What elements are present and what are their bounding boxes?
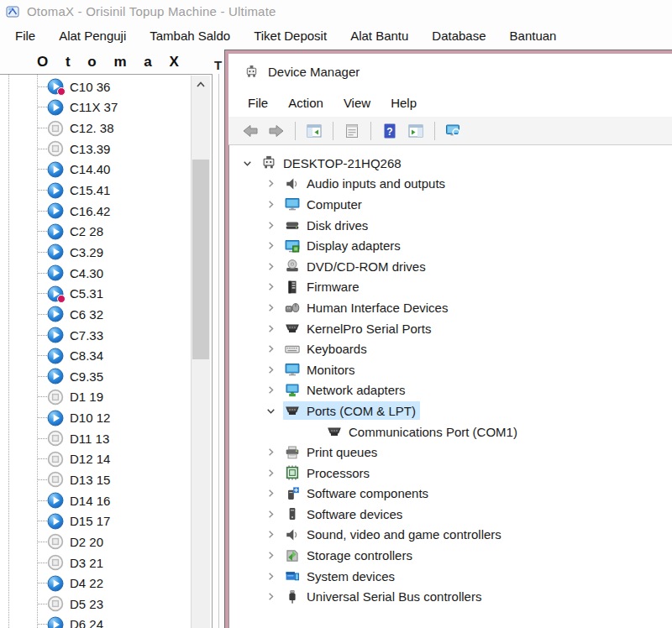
- device-node-communications-port-com1[interactable]: Communications Port (COM1): [229, 421, 672, 442]
- scrollbar-thumb[interactable]: [192, 160, 209, 359]
- device-node-ports-com-lpt[interactable]: Ports (COM & LPT): [229, 400, 672, 421]
- chevron-right-icon[interactable]: [265, 177, 283, 191]
- tree-item-c8-34[interactable]: C8.34: [0, 345, 190, 366]
- tree-item-d6-24[interactable]: D6 24: [0, 615, 190, 628]
- device-node-monitors[interactable]: Monitors: [229, 359, 672, 380]
- tree-item-d1-19[interactable]: D1 19: [0, 387, 190, 408]
- tree-item-c3-29[interactable]: C3.29: [0, 242, 190, 263]
- device-node-body: Storage controllers: [283, 547, 417, 565]
- menu-item-tiket-deposit[interactable]: Tiket Deposit: [242, 29, 339, 43]
- chevron-right-icon[interactable]: [265, 569, 283, 583]
- back-icon[interactable]: [239, 121, 261, 141]
- device-node-system-devices[interactable]: System devices: [229, 566, 672, 587]
- tree-connector-line: [38, 169, 47, 170]
- tree-item-d11-13[interactable]: D11 13: [0, 428, 190, 449]
- menu-item-alat-bantu[interactable]: Alat Bantu: [339, 29, 420, 43]
- chevron-right-icon[interactable]: [265, 197, 283, 211]
- chevron-right-icon[interactable]: [265, 384, 283, 397]
- chevron-right-icon[interactable]: [265, 528, 283, 542]
- device-node-processors[interactable]: Processors: [229, 463, 672, 484]
- chevron-down-icon[interactable]: [265, 404, 283, 417]
- tree-item-c11x-37[interactable]: C11X 37: [0, 97, 190, 118]
- tree-item-c6-32[interactable]: C6 32: [0, 304, 190, 325]
- chevron-right-icon[interactable]: [265, 590, 283, 604]
- menu-item-file[interactable]: File: [3, 29, 47, 43]
- device-node-storage-controllers[interactable]: Storage controllers: [229, 545, 672, 566]
- menu-item-bantuan[interactable]: Bantuan: [498, 29, 569, 43]
- chevron-right-icon[interactable]: [265, 280, 283, 294]
- forward-icon[interactable]: [265, 121, 287, 141]
- menu-item-database[interactable]: Database: [420, 29, 497, 43]
- device-node-sound-video-and-game-controllers[interactable]: Sound, video and game controllers: [229, 525, 672, 546]
- chevron-right-icon[interactable]: [265, 343, 283, 356]
- tree-item-d14-16[interactable]: D14 16: [0, 490, 190, 511]
- tree-item-c5-31[interactable]: C5.31: [0, 283, 190, 304]
- tree-item-d5-23[interactable]: D5 23: [0, 594, 190, 615]
- console-tree-icon[interactable]: [303, 121, 325, 141]
- tree-item-c16-42[interactable]: C16.42: [0, 201, 190, 222]
- tree-item-d13-15[interactable]: D13 15: [0, 469, 190, 490]
- menu-item-tambah-saldo[interactable]: Tambah Saldo: [138, 29, 242, 43]
- tree-item-c2-28[interactable]: C2 28: [0, 221, 190, 242]
- chevron-down-icon[interactable]: [241, 156, 260, 170]
- chevron-right-icon[interactable]: [265, 466, 283, 479]
- scroll-up-button[interactable]: [192, 76, 210, 94]
- chevron-right-icon[interactable]: [265, 507, 283, 521]
- tree-item-d2-20[interactable]: D2 20: [0, 531, 190, 552]
- dm-menu-item-help[interactable]: Help: [381, 96, 427, 110]
- tree-item-c13-39[interactable]: C13.39: [0, 139, 190, 160]
- device-node-audio-inputs-and-outputs[interactable]: Audio inputs and outputs: [229, 174, 672, 195]
- device-node-print-queues[interactable]: Print queues: [229, 442, 672, 463]
- device-node-human-interface-devices[interactable]: Human Interface Devices: [229, 297, 672, 318]
- tree-item-d3-21[interactable]: D3 21: [0, 552, 190, 573]
- help-icon[interactable]: ?: [379, 121, 401, 141]
- dm-menu-item-view[interactable]: View: [333, 96, 381, 110]
- tree-item-d15-17[interactable]: D15 17: [0, 510, 190, 531]
- device-node-display-adapters[interactable]: Display adapters: [229, 235, 672, 256]
- chevron-right-icon[interactable]: [265, 446, 283, 459]
- device-node-desktop-21hq268[interactable]: DESKTOP-21HQ268: [229, 153, 672, 174]
- tree-item-c10-36[interactable]: C10 36: [0, 76, 190, 97]
- properties-icon[interactable]: [341, 121, 363, 141]
- serial-port-icon: [285, 321, 300, 336]
- tree-item-d4-22[interactable]: D4 22: [0, 573, 190, 594]
- tree-item-d12-14[interactable]: D12 14: [0, 449, 190, 470]
- device-manager-icon: [244, 65, 259, 79]
- device-node-software-components[interactable]: Software components: [229, 484, 672, 505]
- device-node-software-devices[interactable]: Software devices: [229, 504, 672, 525]
- tree-item-d10-12[interactable]: D10 12: [0, 407, 190, 428]
- chevron-right-icon[interactable]: [265, 549, 283, 563]
- tree-item-c4-30[interactable]: C4.30: [0, 263, 190, 284]
- tree-item-c12-38[interactable]: C12. 38: [0, 118, 190, 139]
- dm-menu-item-file[interactable]: File: [238, 96, 278, 110]
- tree-item-c15-41[interactable]: C15.41: [0, 180, 190, 201]
- device-node-body: Network adapters: [283, 381, 410, 400]
- device-node-keyboards[interactable]: Keyboards: [229, 338, 672, 359]
- chevron-right-icon[interactable]: [265, 218, 283, 232]
- chevron-right-icon[interactable]: [265, 259, 283, 273]
- device-node-network-adapters[interactable]: Network adapters: [229, 380, 672, 401]
- chevron-right-icon[interactable]: [265, 322, 283, 335]
- menu-item-alat-penguji[interactable]: Alat Penguji: [47, 29, 138, 43]
- chevron-right-icon[interactable]: [265, 487, 283, 500]
- device-node-firmware[interactable]: Firmware: [229, 277, 672, 298]
- device-node-body: Human Interface Devices: [283, 298, 452, 317]
- sidebar-scrollbar[interactable]: [191, 76, 210, 628]
- action-pane-icon[interactable]: [405, 121, 427, 141]
- device-node-dvd-cd-rom-drives[interactable]: DVD/CD-ROM drives: [229, 256, 672, 277]
- stop-icon: [47, 533, 64, 550]
- chevron-right-icon[interactable]: [265, 301, 283, 314]
- dm-menu-item-action[interactable]: Action: [278, 96, 333, 110]
- tree-item-c7-33[interactable]: C7.33: [0, 325, 190, 346]
- scan-hardware-icon[interactable]: [443, 121, 465, 141]
- tree-item-c14-40[interactable]: C14.40: [0, 160, 190, 181]
- chevron-right-icon[interactable]: [265, 239, 283, 253]
- device-node-kernelpro-serial-ports[interactable]: KernelPro Serial Ports: [229, 318, 672, 339]
- tree-connector-line: [38, 417, 47, 418]
- device-manager-titlebar[interactable]: Device Manager: [228, 54, 672, 89]
- device-node-universal-serial-bus-controllers[interactable]: Universal Serial Bus controllers: [229, 586, 672, 607]
- device-node-disk-drives[interactable]: Disk drives: [229, 215, 672, 236]
- tree-item-c9-35[interactable]: C9.35: [0, 366, 190, 387]
- chevron-right-icon[interactable]: [265, 363, 283, 376]
- device-node-computer[interactable]: Computer: [229, 194, 672, 215]
